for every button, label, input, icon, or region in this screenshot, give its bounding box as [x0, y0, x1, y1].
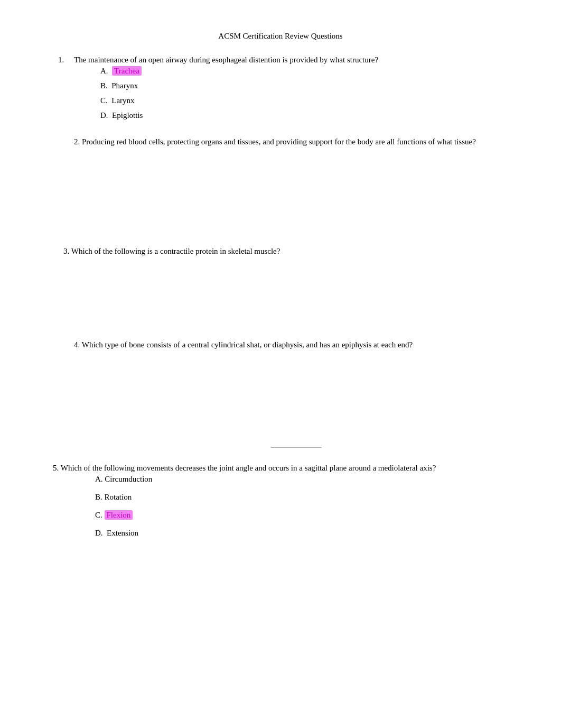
q5-d-label: D. — [95, 529, 107, 537]
q3-text: Which of the following is a contractile … — [71, 247, 280, 255]
q1-a-label: A. — [100, 67, 112, 75]
q5-a-label: A. — [95, 475, 105, 483]
q5-c-text: Flexion — [105, 510, 133, 520]
page-title: ACSM Certification Review Questions — [42, 32, 519, 41]
q2-text: 2. Producing red blood cells, protecting… — [74, 137, 476, 146]
question-1: 1. The maintenance of an open airway dur… — [42, 56, 519, 122]
q1-answer-a: A. Trachea — [100, 64, 519, 77]
q1-c-text: Larynx — [111, 96, 134, 105]
q5-answer-c: C. Flexion — [95, 509, 519, 521]
q5-d-text: Extension — [107, 529, 138, 537]
q5-c-label: C. — [95, 511, 105, 519]
q3-number: 3. — [63, 247, 71, 255]
q5-number: 5. — [53, 464, 61, 472]
q1-answer-d: D. Epiglottis — [100, 109, 519, 122]
q5-answer-d: D. Extension — [95, 527, 519, 539]
question-2: 2. Producing red blood cells, protecting… — [74, 137, 519, 231]
q2-number: 2. — [74, 137, 82, 146]
q5-answer-b: B. Rotation — [95, 491, 519, 503]
q1-answer-b: B. Pharynx — [100, 79, 519, 92]
q1-d-text: Epiglottis — [112, 111, 143, 119]
question-4: 4. Which type of bone consists of a cent… — [74, 340, 519, 448]
q5-answer-a: A. Circumduction — [95, 473, 519, 485]
q1-b-label: B. — [100, 81, 111, 90]
q1-b-text: Pharynx — [111, 81, 138, 90]
q1-number: 1. — [58, 56, 74, 64]
question-3: 3. Which of the following is a contracti… — [63, 247, 519, 325]
q1-answer-list: A. Trachea B. Pharynx C. Larynx D. Epigl… — [100, 64, 519, 122]
q5-answer-list: A. Circumduction B. Rotation C. Flexion … — [95, 473, 519, 539]
q1-d-label: D. — [100, 111, 112, 119]
q5-a-text: Circumduction — [105, 475, 152, 483]
q1-c-label: C. — [100, 96, 111, 105]
q5-text: Which of the following movements decreas… — [61, 464, 436, 472]
q1-text: The maintenance of an open airway during… — [74, 56, 378, 64]
q1-answer-c: C. Larynx — [100, 94, 519, 107]
q4-text: Which type of bone consists of a central… — [82, 340, 413, 349]
q5-b-label: B. — [95, 493, 105, 501]
q5-b-text: Rotation — [105, 493, 132, 501]
page-indicator — [74, 439, 519, 448]
q4-number: 4. — [74, 340, 82, 349]
q1-a-text: Trachea — [112, 66, 142, 76]
question-5: 5. Which of the following movements decr… — [53, 464, 519, 539]
